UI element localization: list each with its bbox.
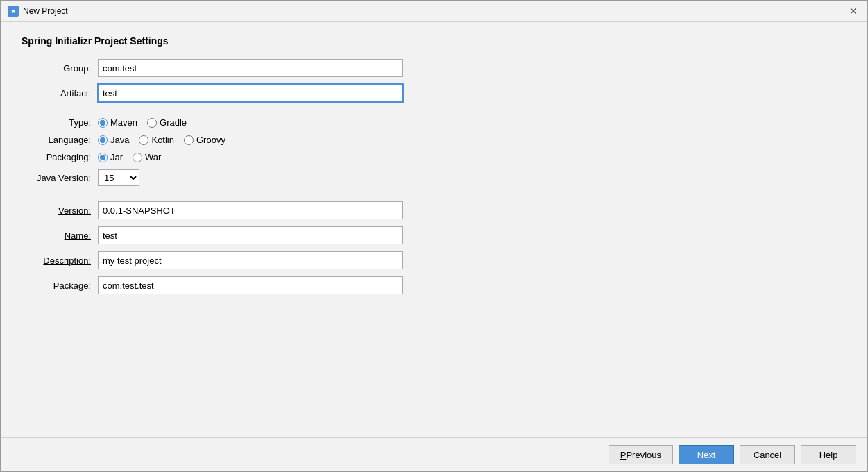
language-java-option[interactable]: Java bbox=[98, 135, 129, 145]
language-kotlin-radio[interactable] bbox=[139, 135, 148, 145]
java-version-label: Java Version: bbox=[22, 173, 98, 183]
version-row: Version: bbox=[22, 201, 846, 219]
name-input[interactable] bbox=[98, 226, 403, 244]
packaging-label: Packaging: bbox=[22, 152, 98, 162]
section-title: Spring Initializr Project Settings bbox=[22, 35, 846, 47]
group-row: Group: bbox=[22, 59, 846, 77]
packaging-radio-group: Jar War bbox=[98, 152, 161, 162]
packaging-war-label: War bbox=[145, 152, 161, 162]
description-row: Description: bbox=[22, 251, 846, 269]
artifact-input[interactable] bbox=[98, 84, 403, 102]
description-label: Description: bbox=[22, 255, 98, 266]
help-button[interactable]: Help bbox=[801, 445, 856, 464]
type-maven-label: Maven bbox=[110, 117, 137, 128]
type-maven-option[interactable]: Maven bbox=[98, 117, 137, 128]
language-radio-group: Java Kotlin Groovy bbox=[98, 135, 225, 145]
packaging-war-radio[interactable] bbox=[133, 153, 142, 162]
language-kotlin-option[interactable]: Kotlin bbox=[139, 135, 174, 145]
description-input[interactable] bbox=[98, 251, 403, 269]
close-button[interactable]: ✕ bbox=[846, 4, 860, 18]
language-groovy-label: Groovy bbox=[196, 135, 225, 145]
artifact-row: Artifact: bbox=[22, 84, 846, 102]
next-label: Next bbox=[697, 450, 716, 460]
cancel-button[interactable]: Cancel bbox=[740, 445, 795, 464]
packaging-war-option[interactable]: War bbox=[133, 152, 161, 162]
name-label: Name: bbox=[22, 230, 98, 241]
language-java-label: Java bbox=[110, 135, 129, 145]
java-version-row: Java Version: 8 11 15 16 17 bbox=[22, 169, 846, 186]
package-row: Package: bbox=[22, 276, 846, 294]
language-label: Language: bbox=[22, 135, 98, 145]
group-input[interactable] bbox=[98, 59, 403, 77]
language-row: Language: Java Kotlin Groovy bbox=[22, 135, 846, 145]
type-radio-group: Maven Gradle bbox=[98, 117, 187, 128]
packaging-jar-radio[interactable] bbox=[98, 153, 108, 162]
package-label: Package: bbox=[22, 280, 98, 291]
dialog-footer: PPrevious Next Cancel Help bbox=[1, 437, 867, 471]
group-label: Group: bbox=[22, 63, 98, 74]
package-input[interactable] bbox=[98, 276, 403, 294]
type-gradle-option[interactable]: Gradle bbox=[147, 117, 187, 128]
language-java-radio[interactable] bbox=[98, 135, 108, 145]
artifact-label: Artifact: bbox=[22, 88, 98, 99]
cancel-label: Cancel bbox=[754, 450, 781, 460]
packaging-jar-label: Jar bbox=[110, 152, 123, 162]
type-maven-radio[interactable] bbox=[98, 118, 108, 128]
app-icon: ■ bbox=[8, 6, 19, 17]
name-row: Name: bbox=[22, 226, 846, 244]
help-label: Help bbox=[819, 450, 838, 460]
version-label: Version: bbox=[22, 205, 98, 216]
dialog-body: Spring Initializr Project Settings Group… bbox=[1, 22, 867, 437]
packaging-row: Packaging: Jar War bbox=[22, 152, 846, 162]
type-row: Type: Maven Gradle bbox=[22, 117, 846, 128]
language-kotlin-label: Kotlin bbox=[151, 135, 174, 145]
type-label: Type: bbox=[22, 117, 98, 128]
language-groovy-radio[interactable] bbox=[184, 135, 194, 145]
version-input[interactable] bbox=[98, 201, 403, 219]
language-groovy-option[interactable]: Groovy bbox=[184, 135, 225, 145]
packaging-jar-option[interactable]: Jar bbox=[98, 152, 123, 162]
java-version-select[interactable]: 8 11 15 16 17 bbox=[98, 169, 139, 186]
dialog-title: New Project bbox=[23, 6, 846, 16]
next-button[interactable]: Next bbox=[679, 445, 734, 464]
type-gradle-label: Gradle bbox=[160, 117, 187, 128]
type-gradle-radio[interactable] bbox=[147, 118, 157, 128]
dialog-titlebar: ■ New Project ✕ bbox=[1, 1, 867, 22]
previous-button[interactable]: PPrevious bbox=[609, 445, 673, 464]
